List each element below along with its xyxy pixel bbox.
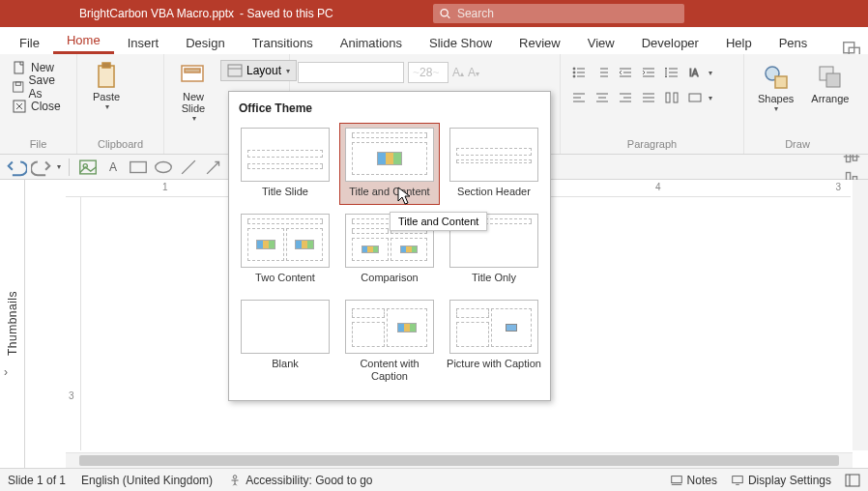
tab-home[interactable]: Home — [53, 27, 114, 54]
svg-rect-2 — [14, 62, 23, 73]
chevron-down-icon: ▾ — [709, 94, 712, 102]
font-size-select[interactable]: ~28~ — [408, 62, 448, 83]
layout-title-and-content[interactable]: Title and Content — [339, 123, 440, 205]
tab-slideshow[interactable]: Slide Show — [416, 30, 506, 54]
svg-rect-53 — [666, 93, 670, 102]
shapes-icon — [761, 62, 792, 93]
qat-oval-button[interactable] — [153, 157, 174, 178]
group-drawing: Shapes▾ Arrange Draw — [744, 54, 851, 154]
redo-icon — [31, 157, 52, 178]
line-spacing-icon — [664, 65, 680, 80]
layout-blank[interactable]: Blank — [235, 295, 335, 389]
notes-button[interactable]: Notes — [670, 474, 717, 487]
language-button[interactable]: English (United Kingdom) — [81, 474, 213, 487]
layout-gallery: Office Theme Title Slide Title and Conte… — [228, 91, 551, 401]
svg-rect-4 — [15, 82, 20, 85]
accessibility-button[interactable]: Accessibility: Good to go — [228, 474, 372, 487]
new-slide-button[interactable]: New Slide▾ — [172, 58, 215, 125]
arrow-icon — [203, 157, 224, 178]
group-paragraph: IA ▾ ▾ Paragraph — [561, 54, 744, 154]
decrease-indent-button[interactable] — [615, 62, 636, 83]
picture-icon — [77, 157, 99, 178]
clipboard-icon — [91, 60, 122, 91]
view-icon — [845, 474, 860, 487]
gallery-heading: Office Theme — [229, 92, 550, 123]
redo-button[interactable] — [31, 157, 52, 178]
close-icon — [12, 99, 27, 114]
qat-text-button[interactable]: A — [102, 157, 124, 178]
align-right-icon — [618, 90, 633, 105]
svg-rect-57 — [775, 76, 787, 88]
slide-counter[interactable]: Slide 1 of 1 — [8, 474, 66, 487]
columns-button[interactable] — [661, 87, 682, 108]
save-icon — [12, 79, 25, 95]
document-title: BrightCarbon VBA Macro.pptx — [0, 7, 234, 20]
thumbnails-pane[interactable]: › Thumbnails — [0, 180, 25, 468]
shapes-button[interactable]: Shapes▾ — [752, 60, 799, 115]
line-icon — [178, 157, 199, 178]
tab-developer[interactable]: Developer — [628, 30, 712, 54]
smartart-button[interactable] — [684, 87, 706, 108]
layout-tooltip: Title and Content — [390, 212, 487, 231]
close-button[interactable]: Close — [8, 97, 69, 116]
convert-icon — [687, 90, 703, 105]
undo-icon — [6, 157, 27, 178]
layout-section-header[interactable]: Section Header — [444, 123, 544, 205]
font-family-select[interactable] — [298, 62, 404, 83]
svg-point-96 — [233, 475, 237, 478]
bullets-button[interactable] — [568, 62, 590, 83]
layout-two-content[interactable]: Two Content — [235, 209, 335, 291]
qat-line-button[interactable] — [178, 157, 199, 178]
tab-file[interactable]: File — [6, 30, 53, 54]
svg-rect-99 — [733, 476, 743, 482]
search-box[interactable] — [433, 4, 684, 23]
qat-rect-button[interactable] — [128, 157, 149, 178]
line-spacing-button[interactable] — [661, 62, 682, 83]
display-settings-button[interactable]: Display Settings — [731, 474, 831, 487]
increase-font-button[interactable]: A▴ — [452, 66, 464, 79]
tab-view[interactable]: View — [574, 30, 628, 54]
align-right-button[interactable] — [615, 87, 636, 108]
tab-animations[interactable]: Animations — [327, 30, 416, 54]
arrange-icon — [815, 62, 846, 93]
layout-picture-with-caption[interactable]: Picture with Caption — [444, 295, 544, 389]
tab-transitions[interactable]: Transitions — [239, 30, 327, 54]
layout-title-slide[interactable]: Title Slide — [235, 123, 335, 205]
undo-button[interactable] — [6, 157, 27, 178]
scrollbar-horizontal[interactable] — [66, 452, 853, 468]
layout-button[interactable]: Layout▾ — [220, 60, 297, 81]
qat-image-button[interactable] — [77, 157, 99, 178]
tab-pens[interactable]: Pens — [766, 30, 822, 54]
tab-help[interactable]: Help — [712, 30, 766, 54]
tab-review[interactable]: Review — [506, 30, 574, 54]
justify-button[interactable] — [638, 87, 659, 108]
new-slide-icon — [178, 60, 209, 91]
scrollbar-vertical[interactable] — [853, 180, 868, 450]
qat-arrow-button[interactable] — [203, 157, 224, 178]
svg-point-63 — [156, 161, 172, 172]
search-icon — [439, 7, 451, 20]
expand-icon[interactable]: › — [4, 365, 8, 379]
svg-rect-101 — [846, 475, 859, 486]
align-center-button[interactable] — [592, 87, 613, 108]
svg-point-22 — [573, 68, 575, 70]
tab-design[interactable]: Design — [172, 30, 238, 54]
paste-button[interactable]: Paste▾ — [85, 58, 128, 113]
layout-content-with-caption[interactable]: Content with Caption — [339, 295, 440, 389]
tab-insert[interactable]: Insert — [114, 30, 173, 54]
layout-icon — [227, 63, 243, 78]
saveas-button[interactable]: Save As — [8, 77, 69, 97]
numbering-button[interactable] — [592, 62, 613, 83]
view-normal-button[interactable] — [845, 474, 860, 487]
direction-icon: IA — [687, 65, 703, 80]
arrange-button[interactable]: Arrange — [805, 60, 854, 115]
svg-line-64 — [182, 160, 195, 174]
search-input[interactable] — [457, 7, 679, 20]
thumbnails-label: Thumbnails — [6, 291, 19, 356]
decrease-font-button[interactable]: A▾ — [468, 66, 479, 79]
scroll-thumb[interactable] — [79, 455, 839, 466]
chevron-down-icon: ▾ — [709, 69, 712, 77]
align-left-button[interactable] — [568, 87, 590, 108]
increase-indent-button[interactable] — [638, 62, 659, 83]
text-direction-button[interactable]: IA — [684, 62, 706, 83]
